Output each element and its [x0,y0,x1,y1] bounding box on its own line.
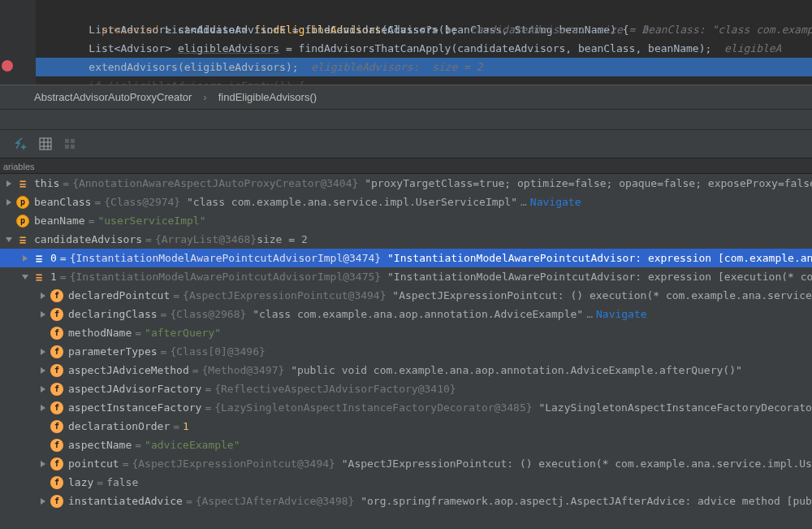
evaluate-expression-icon[interactable] [15,137,28,150]
svg-rect-0 [40,138,51,150]
chevron-right-icon: › [203,91,206,103]
field-methodName[interactable]: f methodName = "afterQuery" [0,323,812,342]
chevron-right-icon[interactable] [3,178,15,189]
field-aspectJAdvisorFactory[interactable]: f aspectJAdvisorFactory = {ReflectiveAsp… [0,379,812,398]
svg-rect-1 [65,139,69,143]
var-beanClass[interactable]: p beanClass = {Class@2974} "class com.ex… [0,193,812,211]
var-candidateAdvisors-1[interactable]: ≡ 1 = {InstantiationModelAwarePointcutAd… [0,267,812,286]
editor-gutter [0,0,36,85]
chevron-right-icon[interactable] [37,458,49,470]
object-icon: ≡ [16,177,29,190]
svg-rect-4 [71,145,75,149]
field-icon: f [50,401,63,414]
code-editor[interactable]: protected List<Advisor> findEligibleAdvi… [0,0,812,85]
breadcrumb-class[interactable]: AbstractAdvisorAutoProxyCreator [34,91,192,103]
var-candidateAdvisors-0[interactable]: ≡ 0 = {InstantiationModelAwarePointcutAd… [0,249,812,267]
grid-view-icon[interactable] [39,137,52,150]
svg-rect-2 [71,139,75,143]
field-icon: f [50,457,63,470]
field-aspectName[interactable]: f aspectName = "adviceExample" [0,436,812,454]
navigate-link[interactable]: Navigate [596,308,647,320]
chevron-down-icon[interactable] [19,271,31,283]
field-declaredPointcut[interactable]: f declaredPointcut = {AspectJExpressionP… [0,286,812,305]
object-icon: ≡ [16,233,29,246]
field-icon: f [50,420,63,433]
field-icon: f [50,439,63,452]
breadcrumb-method[interactable]: findEligibleAdvisors() [218,91,317,103]
chevron-right-icon[interactable] [37,346,49,358]
chevron-right-icon[interactable] [37,290,49,301]
settings-icon[interactable] [63,137,76,150]
field-icon: f [50,476,63,489]
param-icon: p [16,196,29,209]
field-icon: f [50,289,63,302]
field-icon: f [50,383,63,396]
chevron-down-icon[interactable] [3,234,15,245]
chevron-right-icon[interactable] [37,365,49,376]
variables-panel-header: ariables [0,158,812,174]
code-lines: protected List<Advisor> findEligibleAdvi… [36,0,812,85]
debugger-toolbar [0,130,812,158]
svg-rect-3 [65,145,69,149]
chevron-right-icon[interactable] [37,309,49,320]
var-candidateAdvisors[interactable]: ≡ candidateAdvisors = {ArrayList@3468} s… [0,230,812,249]
field-lazy[interactable]: f lazy = false [0,473,812,492]
var-this[interactable]: ≡ this = {AnnotationAwareAspectJAutoProx… [0,174,812,193]
field-icon: f [50,345,63,358]
variables-tree[interactable]: ≡ this = {AnnotationAwareAspectJAutoProx… [0,174,812,510]
chevron-right-icon[interactable] [19,253,31,264]
field-icon: f [50,364,63,377]
field-icon: f [50,327,63,340]
field-icon: f [50,495,63,508]
field-instantiatedAdvice[interactable]: f instantiatedAdvice = {AspectJAfterAdvi… [0,492,812,510]
field-pointcut[interactable]: f pointcut = {AspectJExpressionPointcut@… [0,454,812,473]
chevron-right-icon[interactable] [37,496,49,507]
var-beanName[interactable]: p beanName = "userServiceImpl" [0,211,812,230]
chevron-right-icon[interactable] [3,197,15,208]
breadcrumb[interactable]: AbstractAdvisorAutoProxyCreator › findEl… [0,85,812,110]
array-item-icon: ≡ [32,271,45,284]
field-aspectJAdviceMethod[interactable]: f aspectJAdviceMethod = {Method@3497} "p… [0,361,812,379]
panel-spacer [0,110,812,130]
param-icon: p [16,215,29,228]
breakpoint-icon[interactable] [2,60,13,72]
field-icon: f [50,308,63,321]
field-parameterTypes[interactable]: f parameterTypes = {Class[0]@3496} [0,342,812,361]
chevron-right-icon[interactable] [37,384,49,395]
field-declarationOrder[interactable]: f declarationOrder = 1 [0,417,812,436]
chevron-right-icon[interactable] [37,402,49,414]
navigate-link[interactable]: Navigate [530,196,581,208]
array-item-icon: ≡ [32,252,45,265]
field-aspectInstanceFactory[interactable]: f aspectInstanceFactory = {LazySingleton… [0,398,812,417]
field-declaringClass[interactable]: f declaringClass = {Class@2968} "class c… [0,305,812,323]
